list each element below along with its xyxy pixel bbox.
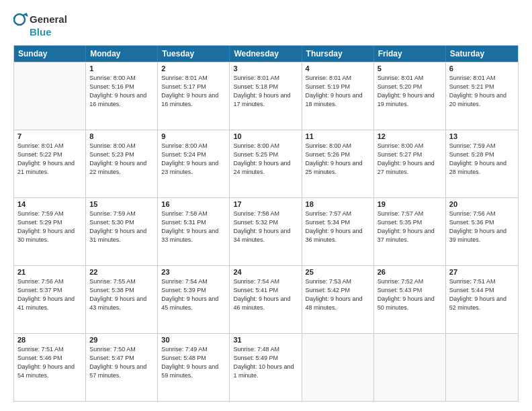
- day-cell-8: 8Sunrise: 8:00 AMSunset: 5:23 PMDaylight…: [86, 130, 158, 197]
- day-number: 26: [378, 268, 442, 276]
- cell-info: Sunrise: 7:58 AMSunset: 5:32 PMDaylight:…: [233, 210, 298, 244]
- day-number: 3: [233, 64, 298, 73]
- day-number: 8: [89, 132, 154, 140]
- day-cell-12: 12Sunrise: 8:00 AMSunset: 5:27 PMDayligh…: [374, 130, 446, 197]
- day-cell-3: 3Sunrise: 8:01 AMSunset: 5:18 PMDaylight…: [230, 62, 302, 130]
- day-number: 28: [17, 336, 82, 344]
- day-number: 14: [17, 200, 82, 208]
- day-cell-22: 22Sunrise: 7:55 AMSunset: 5:38 PMDayligh…: [86, 266, 158, 333]
- day-number: 23: [161, 268, 226, 276]
- cell-info: Sunrise: 8:00 AMSunset: 5:27 PMDaylight:…: [378, 142, 442, 177]
- day-number: 5: [378, 64, 442, 73]
- day-cell-5: 5Sunrise: 8:01 AMSunset: 5:20 PMDaylight…: [374, 62, 446, 130]
- day-number: 13: [449, 132, 515, 140]
- header-day-saturday: Saturday: [446, 46, 518, 62]
- day-cell-7: 7Sunrise: 8:01 AMSunset: 5:22 PMDaylight…: [14, 130, 86, 197]
- day-cell-21: 21Sunrise: 7:56 AMSunset: 5:37 PMDayligh…: [14, 266, 86, 333]
- header-day-sunday: Sunday: [14, 46, 86, 62]
- cell-info: Sunrise: 7:59 AMSunset: 5:29 PMDaylight:…: [17, 210, 82, 244]
- header-day-tuesday: Tuesday: [158, 46, 230, 62]
- day-cell-31: 31Sunrise: 7:48 AMSunset: 5:49 PMDayligh…: [230, 334, 302, 401]
- cell-info: Sunrise: 7:56 AMSunset: 5:37 PMDaylight:…: [17, 277, 82, 312]
- cell-info: Sunrise: 7:57 AMSunset: 5:35 PMDaylight:…: [378, 210, 442, 244]
- day-cell-16: 16Sunrise: 7:58 AMSunset: 5:31 PMDayligh…: [158, 198, 230, 265]
- day-cell-29: 29Sunrise: 7:50 AMSunset: 5:47 PMDayligh…: [86, 334, 158, 401]
- day-cell-14: 14Sunrise: 7:59 AMSunset: 5:29 PMDayligh…: [14, 198, 86, 265]
- day-number: 15: [89, 200, 154, 208]
- day-number: 10: [233, 132, 298, 140]
- day-cell-4: 4Sunrise: 8:01 AMSunset: 5:19 PMDaylight…: [302, 62, 374, 130]
- cell-info: Sunrise: 7:53 AMSunset: 5:42 PMDaylight:…: [306, 277, 370, 312]
- cell-info: Sunrise: 7:56 AMSunset: 5:36 PMDaylight:…: [449, 210, 515, 244]
- cell-info: Sunrise: 8:01 AMSunset: 5:18 PMDaylight:…: [233, 74, 298, 109]
- day-cell-20: 20Sunrise: 7:56 AMSunset: 5:36 PMDayligh…: [446, 198, 518, 265]
- cell-info: Sunrise: 7:58 AMSunset: 5:31 PMDaylight:…: [161, 210, 226, 244]
- day-number: 21: [17, 268, 82, 276]
- day-number: 24: [233, 268, 298, 276]
- cell-info: Sunrise: 8:00 AMSunset: 5:23 PMDaylight:…: [89, 142, 154, 177]
- cell-info: Sunrise: 8:00 AMSunset: 5:16 PMDaylight:…: [89, 74, 154, 109]
- calendar-week-1: 1Sunrise: 8:00 AMSunset: 5:16 PMDaylight…: [14, 62, 518, 130]
- day-cell-19: 19Sunrise: 7:57 AMSunset: 5:35 PMDayligh…: [374, 198, 446, 265]
- empty-cell: [14, 62, 86, 130]
- day-cell-18: 18Sunrise: 7:57 AMSunset: 5:34 PMDayligh…: [302, 198, 374, 265]
- page: General Blue SundayMondayTuesdayWednesda…: [0, 0, 532, 411]
- cell-info: Sunrise: 7:52 AMSunset: 5:43 PMDaylight:…: [378, 277, 442, 312]
- cell-info: Sunrise: 7:54 AMSunset: 5:39 PMDaylight:…: [161, 277, 226, 312]
- header: General Blue: [13, 12, 519, 38]
- cell-info: Sunrise: 7:50 AMSunset: 5:47 PMDaylight:…: [89, 345, 154, 380]
- day-cell-15: 15Sunrise: 7:59 AMSunset: 5:30 PMDayligh…: [86, 198, 158, 265]
- day-cell-9: 9Sunrise: 8:00 AMSunset: 5:24 PMDaylight…: [158, 130, 230, 197]
- cell-info: Sunrise: 8:01 AMSunset: 5:17 PMDaylight:…: [161, 74, 226, 109]
- day-number: 2: [161, 64, 226, 73]
- header-day-thursday: Thursday: [302, 46, 374, 62]
- day-number: 22: [89, 268, 154, 276]
- day-number: 25: [306, 268, 370, 276]
- header-day-wednesday: Wednesday: [230, 46, 302, 62]
- day-number: 7: [17, 132, 82, 140]
- day-cell-6: 6Sunrise: 8:01 AMSunset: 5:21 PMDaylight…: [446, 62, 518, 130]
- day-number: 12: [378, 132, 442, 140]
- cell-info: Sunrise: 8:01 AMSunset: 5:21 PMDaylight:…: [449, 74, 515, 109]
- header-day-friday: Friday: [374, 46, 446, 62]
- calendar-week-4: 21Sunrise: 7:56 AMSunset: 5:37 PMDayligh…: [14, 265, 518, 333]
- day-number: 18: [306, 200, 370, 208]
- day-number: 17: [233, 200, 298, 208]
- day-cell-27: 27Sunrise: 7:51 AMSunset: 5:44 PMDayligh…: [446, 266, 518, 333]
- day-number: 31: [233, 336, 298, 344]
- empty-cell: [446, 334, 518, 401]
- day-number: 30: [161, 336, 226, 344]
- cell-info: Sunrise: 8:01 AMSunset: 5:20 PMDaylight:…: [378, 74, 442, 109]
- calendar-body: 1Sunrise: 8:00 AMSunset: 5:16 PMDaylight…: [14, 62, 518, 402]
- day-number: 6: [449, 64, 515, 73]
- day-number: 1: [89, 64, 154, 73]
- day-cell-11: 11Sunrise: 8:00 AMSunset: 5:26 PMDayligh…: [302, 130, 374, 197]
- logo: General Blue: [13, 12, 67, 38]
- day-cell-25: 25Sunrise: 7:53 AMSunset: 5:42 PMDayligh…: [302, 266, 374, 333]
- empty-cell: [374, 334, 446, 401]
- calendar-week-5: 28Sunrise: 7:51 AMSunset: 5:46 PMDayligh…: [14, 333, 518, 401]
- cell-info: Sunrise: 7:55 AMSunset: 5:38 PMDaylight:…: [89, 277, 154, 312]
- day-cell-26: 26Sunrise: 7:52 AMSunset: 5:43 PMDayligh…: [374, 266, 446, 333]
- calendar-week-3: 14Sunrise: 7:59 AMSunset: 5:29 PMDayligh…: [14, 197, 518, 265]
- day-cell-1: 1Sunrise: 8:00 AMSunset: 5:16 PMDaylight…: [86, 62, 158, 130]
- day-cell-13: 13Sunrise: 7:59 AMSunset: 5:28 PMDayligh…: [446, 130, 518, 197]
- cell-info: Sunrise: 7:59 AMSunset: 5:28 PMDaylight:…: [449, 142, 515, 177]
- calendar: SundayMondayTuesdayWednesdayThursdayFrid…: [13, 45, 519, 402]
- cell-info: Sunrise: 7:57 AMSunset: 5:34 PMDaylight:…: [306, 210, 370, 244]
- cell-info: Sunrise: 7:49 AMSunset: 5:48 PMDaylight:…: [161, 345, 226, 380]
- cell-info: Sunrise: 7:51 AMSunset: 5:46 PMDaylight:…: [17, 345, 82, 380]
- calendar-header: SundayMondayTuesdayWednesdayThursdayFrid…: [14, 46, 518, 62]
- calendar-week-2: 7Sunrise: 8:01 AMSunset: 5:22 PMDaylight…: [14, 130, 518, 197]
- cell-info: Sunrise: 7:51 AMSunset: 5:44 PMDaylight:…: [449, 277, 515, 312]
- day-cell-24: 24Sunrise: 7:54 AMSunset: 5:41 PMDayligh…: [230, 266, 302, 333]
- cell-info: Sunrise: 8:00 AMSunset: 5:26 PMDaylight:…: [306, 142, 370, 177]
- day-cell-23: 23Sunrise: 7:54 AMSunset: 5:39 PMDayligh…: [158, 266, 230, 333]
- day-number: 11: [306, 132, 370, 140]
- cell-info: Sunrise: 8:00 AMSunset: 5:25 PMDaylight:…: [233, 142, 298, 177]
- day-number: 16: [161, 200, 226, 208]
- day-cell-2: 2Sunrise: 8:01 AMSunset: 5:17 PMDaylight…: [158, 62, 230, 130]
- cell-info: Sunrise: 7:48 AMSunset: 5:49 PMDaylight:…: [233, 345, 298, 380]
- cell-info: Sunrise: 8:01 AMSunset: 5:22 PMDaylight:…: [17, 142, 82, 177]
- cell-info: Sunrise: 8:00 AMSunset: 5:24 PMDaylight:…: [161, 142, 226, 177]
